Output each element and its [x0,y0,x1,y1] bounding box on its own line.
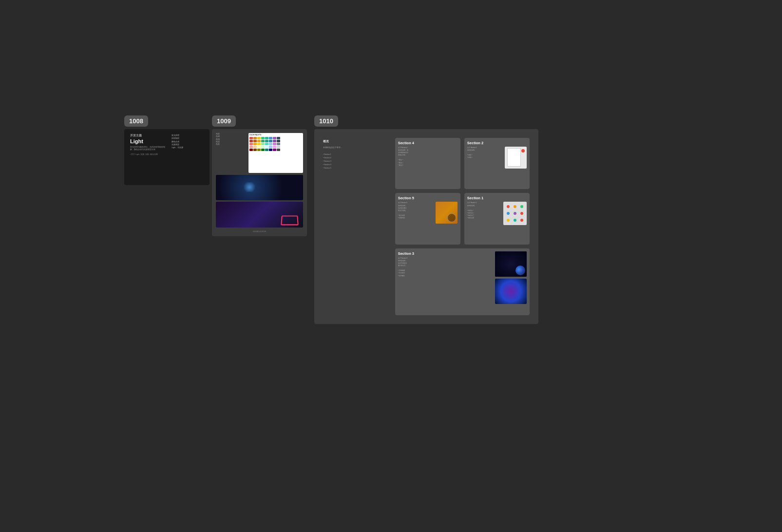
color-palette: COLOR PALETTE [248,133,304,173]
card-1008-title: 开发主题 [130,134,169,137]
section-2-image [505,147,527,169]
card-1008-desc: 发光原理与颜色理论，光的折射和散射现象，颜色合成与光源类型分析 [130,146,169,152]
section-3-card[interactable]: Section 3 关于 Section 3的内容说明，包含宇宙相关图片和文字。… [395,248,530,315]
workspace: 1008 开发主题 Light 发光原理与颜色理论，光的折射和散射现象，颜色合成… [0,0,782,532]
badge-1009: 1009 [212,115,236,127]
overview-title: 概览 [323,140,389,143]
section-1-text: 关于 Section 1的内容说明。• 知识点一• 知识点二• 知识点三• 知识… [467,202,501,241]
card-1009-images [216,175,303,228]
sections-row-3: Section 3 关于 Section 3的内容说明，包含宇宙相关图片和文字。… [395,248,530,315]
card-1009-left-text: 色彩色调色域色温色差 [216,133,246,173]
neon-shape [281,215,299,225]
palette-row-4 [249,146,303,148]
slide-1009[interactable]: 色彩色调色域色温色差 COLOR PALETTE [212,129,307,236]
section-1-card[interactable]: Section 1 关于 Section 1的内容说明。• 知识点一• 知识点二… [464,193,530,244]
section-4-title: Section 4 [398,141,458,145]
palette-row-1 [249,137,303,139]
section-2-card[interactable]: Section 2 关于 Section 2的内容说明。• 内容一• 内容二 [464,138,530,189]
card-1008-right: 发光原理折射散射颜色合成光源类型Light，与光源 [171,132,206,182]
badge-1010: 1010 [314,115,338,127]
3d-image [216,202,303,228]
slide-1008[interactable]: 开发主题 Light 发光原理与颜色理论，光的折射和散射现象，颜色合成与光源类型… [124,129,210,185]
section-3-text: 关于 Section 3的内容说明，包含宇宙相关图片和文字。• 宇宙探索• 天文… [398,257,494,277]
section-3-title: Section 3 [398,251,494,256]
card-1009-caption: 色彩搭配与应用示例 [216,230,303,232]
palette-row-5 [249,149,303,151]
card-1008-bottom: • 关于 Light, 光源, 光影, 镜头光晕 [130,153,169,156]
space-image [216,175,303,201]
section-5-text: 关于 Section 5的内容说明，包含相关图片和文字说明。• 要点说明• 详细… [398,202,434,241]
section-5-card[interactable]: Section 5 关于 Section 5的内容说明，包含相关图片和文字说明。… [395,193,460,244]
sections-grid: Section 4 关于 Section 4的内容说明，包含详细的知识点和要点分… [395,138,530,315]
section-3-swirl-img [495,279,527,304]
section-2-text: 关于 Section 2的内容说明。• 内容一• 内容二 [467,147,503,186]
section-4-card[interactable]: Section 4 关于 Section 4的内容说明，包含详细的知识点和要点分… [395,138,460,189]
palette-row-2 [249,140,303,142]
section-3-content: Section 3 关于 Section 3的内容说明，包含宇宙相关图片和文字。… [398,251,494,277]
section-1-image [503,202,527,225]
sections-row-1: Section 4 关于 Section 4的内容说明，包含详细的知识点和要点分… [395,138,530,189]
section-2-title: Section 2 [467,141,527,145]
palette-row-3 [249,143,303,145]
overview-list: • Section 1• Section 2• Section 3• Secti… [323,153,389,170]
section-5-title: Section 5 [398,196,458,200]
palette-title: COLOR PALETTE [249,134,303,136]
slide-1010[interactable]: 概览 本课程包含以下章节： • Section 1• Section 2• Se… [314,129,538,324]
section-1-title: Section 1 [467,196,527,200]
section-4-text: 关于 Section 4的内容说明，包含详细的知识点和要点分析。• 要点一• 要… [398,147,458,186]
card-1010-left: 概览 本课程包含以下章节： • Section 1• Section 2• Se… [323,138,389,315]
section-3-space-img [495,251,527,277]
section-3-images [495,251,527,304]
card-1008-light-text: Light [130,138,169,144]
badge-1008: 1008 [124,115,148,127]
section-5-image [436,202,458,224]
overview-intro: 本课程包含以下章节： [323,147,389,150]
sections-row-2: Section 5 关于 Section 5的内容说明，包含相关图片和文字说明。… [395,193,530,244]
